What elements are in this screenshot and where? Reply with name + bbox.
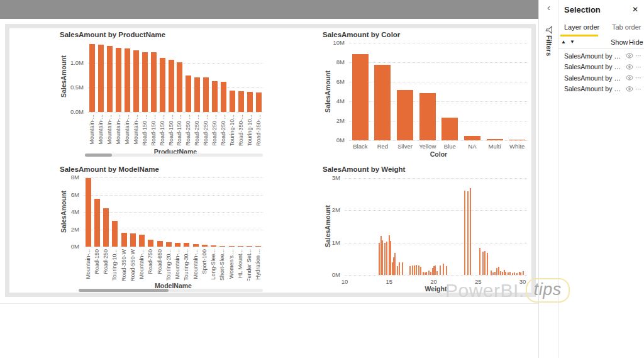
bar[interactable]: [107, 46, 113, 112]
bar[interactable]: [247, 92, 253, 112]
bar[interactable]: [352, 54, 369, 140]
bar[interactable]: [238, 91, 244, 112]
close-icon[interactable]: ✕: [632, 5, 638, 14]
bar[interactable]: [464, 191, 465, 275]
bar[interactable]: [464, 136, 480, 140]
horizontal-scrollbar[interactable]: [79, 289, 263, 292]
bar[interactable]: [435, 266, 436, 275]
bar[interactable]: [386, 242, 387, 275]
more-options-icon[interactable]: ⋯: [635, 64, 642, 70]
bar[interactable]: [412, 266, 413, 275]
bar[interactable]: [479, 248, 480, 275]
bar[interactable]: [166, 242, 172, 247]
visibility-eye-icon[interactable]: [626, 75, 633, 81]
bar[interactable]: [203, 77, 209, 112]
bar[interactable]: [423, 272, 424, 275]
bar[interactable]: [426, 272, 427, 275]
bar[interactable]: [414, 266, 415, 275]
bar[interactable]: [487, 139, 503, 140]
bar[interactable]: [175, 243, 180, 247]
bar[interactable]: [399, 262, 400, 275]
bar[interactable]: [202, 245, 208, 247]
visibility-eye-icon[interactable]: [626, 64, 633, 70]
bar[interactable]: [430, 272, 431, 275]
show-all-button[interactable]: Show: [611, 38, 628, 46]
bar[interactable]: [436, 271, 438, 275]
more-options-icon[interactable]: ⋯: [635, 52, 642, 59]
bar[interactable]: [494, 272, 496, 275]
expand-pane-chevron-icon[interactable]: ‹: [539, 3, 558, 12]
tab-tab-order[interactable]: Tab order: [612, 23, 641, 31]
more-options-icon[interactable]: ⋯: [635, 74, 642, 81]
bar[interactable]: [139, 235, 145, 247]
bar[interactable]: [496, 268, 497, 275]
bar[interactable]: [148, 240, 153, 247]
more-options-icon[interactable]: ⋯: [635, 86, 642, 92]
move-up-icon[interactable]: ▲: [561, 39, 566, 45]
bar[interactable]: [505, 272, 506, 275]
bar[interactable]: [416, 265, 417, 275]
bar[interactable]: [103, 208, 109, 247]
bar[interactable]: [89, 44, 95, 112]
bar[interactable]: [380, 236, 382, 275]
bar[interactable]: [500, 271, 501, 275]
bar[interactable]: [94, 199, 100, 247]
bar[interactable]: [211, 245, 216, 247]
bar[interactable]: [441, 118, 458, 140]
bar[interactable]: [519, 272, 520, 275]
bar[interactable]: [184, 243, 189, 247]
bar[interactable]: [520, 272, 521, 275]
bar[interactable]: [402, 262, 403, 275]
bar[interactable]: [112, 221, 118, 247]
bar[interactable]: [514, 272, 515, 275]
bar[interactable]: [157, 241, 163, 247]
filters-pane-collapsed[interactable]: ‹ Filters: [538, 0, 558, 358]
bar[interactable]: [508, 272, 509, 275]
bar[interactable]: [230, 91, 235, 112]
bar[interactable]: [523, 271, 524, 275]
bar[interactable]: [193, 244, 199, 247]
bar[interactable]: [384, 243, 386, 275]
bar[interactable]: [509, 272, 511, 275]
bar[interactable]: [247, 246, 252, 247]
bar[interactable]: [504, 270, 505, 275]
bar[interactable]: [121, 233, 127, 247]
bar[interactable]: [467, 191, 469, 275]
bar[interactable]: [221, 82, 226, 112]
selection-list-item[interactable]: SalesAmount by Color⋯: [558, 84, 644, 95]
visibility-eye-icon[interactable]: [626, 53, 633, 59]
bar[interactable]: [238, 246, 243, 247]
bar[interactable]: [86, 178, 91, 247]
bar[interactable]: [491, 271, 492, 275]
bar[interactable]: [397, 90, 413, 140]
bar[interactable]: [151, 52, 157, 112]
bar[interactable]: [186, 76, 191, 112]
bar[interactable]: [382, 240, 383, 275]
bar[interactable]: [142, 52, 148, 112]
bar[interactable]: [502, 272, 503, 275]
bar[interactable]: [425, 272, 426, 275]
bar[interactable]: [428, 271, 430, 275]
bar[interactable]: [440, 266, 441, 275]
selection-list-item[interactable]: SalesAmount by Weight⋯: [558, 50, 644, 62]
bar[interactable]: [194, 77, 200, 112]
bar[interactable]: [487, 253, 488, 275]
bar[interactable]: [116, 48, 121, 112]
bar[interactable]: [512, 273, 513, 275]
bar[interactable]: [169, 60, 174, 112]
move-down-icon[interactable]: ▼: [570, 39, 575, 45]
bar[interactable]: [516, 273, 518, 275]
bar[interactable]: [133, 50, 139, 112]
bar[interactable]: [484, 251, 486, 276]
bar[interactable]: [418, 266, 419, 275]
scrollbar-thumb[interactable]: [85, 154, 112, 157]
bar[interactable]: [409, 266, 411, 275]
bar[interactable]: [256, 92, 262, 112]
bar[interactable]: [255, 246, 261, 247]
bar[interactable]: [379, 243, 380, 275]
bar[interactable]: [419, 93, 436, 140]
scrollbar-thumb[interactable]: [79, 289, 169, 292]
bar[interactable]: [482, 252, 484, 275]
bar[interactable]: [420, 267, 421, 275]
bar[interactable]: [219, 246, 225, 247]
